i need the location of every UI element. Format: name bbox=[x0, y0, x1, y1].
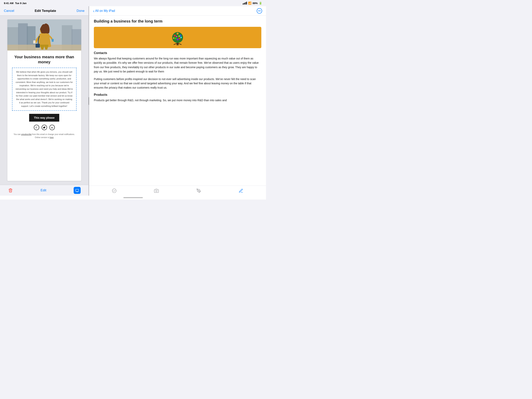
svg-rect-8 bbox=[33, 40, 36, 44]
svg-point-20 bbox=[174, 35, 176, 37]
edit-button[interactable]: Edit bbox=[41, 188, 46, 192]
home-indicator bbox=[0, 196, 266, 200]
cta-button[interactable]: This way please bbox=[29, 114, 59, 122]
linkedin-icon[interactable]: in bbox=[49, 125, 55, 130]
email-scroll-area: Your business means more than money We b… bbox=[0, 16, 89, 185]
facebook-icon[interactable]: f bbox=[34, 125, 39, 130]
nav-bar: Cancel Edit Template Done bbox=[0, 6, 89, 16]
email-hero-image bbox=[7, 19, 81, 51]
email-headline: Your business means more than money bbox=[12, 54, 76, 64]
email-body: Your business means more than money We b… bbox=[7, 51, 81, 143]
svg-rect-15 bbox=[76, 189, 79, 191]
email-card: Your business means more than money We b… bbox=[7, 19, 81, 181]
cancel-button[interactable]: Cancel bbox=[4, 9, 14, 13]
notes-bottom-toolbar bbox=[89, 185, 266, 196]
more-dots-icon: ••• bbox=[258, 9, 261, 13]
device-preview-button[interactable] bbox=[74, 187, 81, 194]
unsubscribe-link[interactable]: unsubscribe bbox=[21, 133, 32, 135]
nav-title: Edit Template bbox=[35, 9, 56, 13]
svg-point-21 bbox=[177, 33, 178, 35]
status-date: Tue 9 Jan bbox=[15, 2, 26, 5]
battery-icon: 🔋 bbox=[259, 1, 262, 5]
svg-point-23 bbox=[175, 38, 177, 39]
svg-text:f: f bbox=[36, 126, 37, 129]
tree-illustration bbox=[166, 29, 189, 46]
markup-icon[interactable] bbox=[196, 188, 202, 194]
signal-icon bbox=[243, 2, 247, 5]
wifi-icon: 📶 bbox=[248, 1, 251, 5]
battery-percent: 89% bbox=[253, 2, 258, 5]
email-body-text: We believe that when life gives you lemo… bbox=[16, 70, 73, 108]
svg-point-30 bbox=[112, 189, 116, 193]
note-thumbnail bbox=[94, 27, 261, 48]
svg-point-31 bbox=[156, 190, 157, 192]
svg-point-27 bbox=[180, 37, 182, 38]
camera-icon[interactable] bbox=[153, 188, 159, 194]
products-paragraph: Products get better through R&D, not thr… bbox=[94, 98, 261, 102]
contacts-paragraph-2: Putting customers before profits inspire… bbox=[94, 77, 261, 90]
here-link[interactable]: here bbox=[50, 136, 54, 139]
svg-point-28 bbox=[176, 36, 177, 37]
svg-rect-16 bbox=[76, 191, 78, 192]
products-heading: Products bbox=[94, 93, 261, 96]
twitter-icon[interactable] bbox=[42, 125, 47, 130]
email-footer: You can unsubscribe from this email or c… bbox=[12, 133, 76, 139]
svg-point-26 bbox=[173, 37, 174, 39]
svg-text:in: in bbox=[51, 127, 53, 129]
footer-text-before: You can bbox=[14, 133, 21, 135]
notes-content: Building a business for the long term bbox=[89, 16, 266, 185]
svg-rect-10 bbox=[36, 44, 40, 48]
left-panel: Cancel Edit Template Done bbox=[0, 6, 89, 196]
bottom-toolbar: Edit bbox=[0, 185, 89, 196]
online-version-label: Online version is bbox=[35, 136, 50, 139]
home-bar bbox=[123, 197, 143, 198]
checklist-icon[interactable] bbox=[111, 188, 117, 194]
chevron-left-icon: ‹ bbox=[93, 9, 95, 13]
svg-point-29 bbox=[178, 35, 180, 37]
right-panel: ‹ All on My iPad ••• Building a business… bbox=[89, 6, 266, 196]
contacts-heading: Contacts bbox=[94, 51, 261, 55]
svg-point-24 bbox=[178, 38, 181, 39]
back-button[interactable]: ‹ All on My iPad bbox=[93, 9, 115, 13]
status-bar: 9:41 AM Tue 9 Jan 📶 89% 🔋 bbox=[0, 0, 266, 6]
footer-text-after: from this email or change your email not… bbox=[32, 133, 75, 135]
svg-rect-9 bbox=[52, 39, 54, 42]
status-right-icons: 📶 89% 🔋 bbox=[243, 1, 262, 5]
hero-svg bbox=[7, 19, 81, 51]
back-label: All on My iPad bbox=[95, 9, 115, 13]
status-time: 9:41 AM bbox=[4, 2, 13, 5]
panel-divider bbox=[89, 6, 89, 196]
notes-nav: ‹ All on My iPad ••• bbox=[89, 6, 266, 16]
contacts-paragraph-1: We always figured that keeping customers… bbox=[94, 56, 261, 74]
note-title: Building a business for the long term bbox=[94, 19, 261, 24]
svg-point-32 bbox=[198, 190, 199, 191]
status-time-date: 9:41 AM Tue 9 Jan bbox=[4, 2, 26, 5]
main-container: Cancel Edit Template Done bbox=[0, 6, 266, 196]
email-text-box[interactable]: We believe that when life gives you lemo… bbox=[12, 68, 76, 111]
delete-button[interactable] bbox=[8, 188, 13, 193]
more-options-button[interactable]: ••• bbox=[257, 8, 262, 14]
compose-icon[interactable] bbox=[238, 188, 244, 194]
social-icons-row: f in bbox=[12, 125, 76, 130]
svg-point-25 bbox=[177, 38, 178, 40]
done-button[interactable]: Done bbox=[76, 9, 84, 13]
